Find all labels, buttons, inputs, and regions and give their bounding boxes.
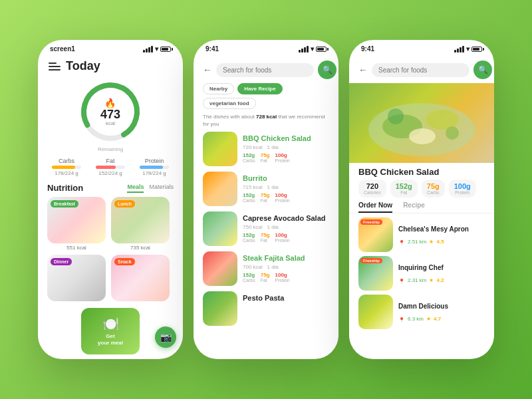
meal-card-breakfast[interactable]: Breakfast (47, 197, 106, 243)
time-2: 9:41 (205, 45, 219, 53)
search-input-wrap-2 (216, 63, 314, 77)
meal-card-lunch[interactable]: Lunch (111, 197, 170, 243)
get-meal-label: Getyour meal (98, 333, 123, 346)
rest-dist-damn: 6.3 km (408, 316, 424, 322)
macro-label: Fat (261, 198, 270, 203)
status-bar: screen1 ▾ (38, 40, 183, 55)
food-info-burrito: Burrito 715 kcal 1 dia 152g Carbs 75g Fa… (243, 172, 329, 203)
nut-fat-val: 152g (396, 182, 412, 190)
macro-val: 152g (243, 192, 255, 198)
rest-info-inquiring: Inquiring Chef 2.31 km ★ 4.2 (398, 261, 485, 286)
star-icon-chelsea: ★ (429, 239, 434, 245)
macro-item: 75g Fat (261, 152, 270, 163)
rest-rating-inquiring: 4.2 (436, 277, 444, 283)
chip-vegetarian[interactable]: vegetarian food (203, 98, 256, 109)
signal-icon-3 (454, 46, 464, 53)
macro-fat-val: 152/224 g (98, 170, 122, 176)
back-button-2[interactable]: ← (203, 65, 212, 75)
calorie-ring-section: 🔥 473 kcal Remaining (38, 76, 183, 155)
food-info-bbq: BBQ Chicken Salad 720 kcal 1 dia 152g Ca… (243, 132, 329, 163)
macro-item: 100g Protein (275, 272, 289, 283)
breakfast-badge: Breakfast (51, 200, 78, 207)
menu-line (49, 69, 61, 70)
macro-item: 75g Fat (261, 232, 270, 243)
back-button-3[interactable]: ← (358, 65, 368, 75)
rest-name-damn: Damn Delicious (398, 303, 448, 310)
rest-meta-damn: 6.3 km ★ 4.7 (398, 313, 485, 325)
macro-label: Carbs (243, 198, 255, 203)
macro-val: 152g (243, 272, 255, 278)
tab-recipe[interactable]: Recipe (403, 201, 425, 213)
lunch-badge: Lunch (114, 200, 135, 207)
time-3: 9:41 (361, 45, 374, 53)
screen1-content: Today 🔥 473 kcal Remaining Carbs (38, 55, 183, 359)
food-name-bbq: BBQ Chicken Salad (243, 134, 311, 142)
macro-val: 75g (261, 192, 270, 198)
restaurant-list: Freeship Chelsea's Mesy Apron 2.51 km ★ … (349, 217, 494, 359)
wifi-icon: ▾ (155, 45, 158, 53)
camera-icon: 📷 (160, 332, 172, 342)
get-meal-button[interactable]: 🍽️ Getyour meal (81, 308, 140, 354)
battery-icon (160, 47, 171, 52)
flame-icon: 🔥 (104, 98, 116, 108)
macro-protein: Protein 178/224 g (140, 158, 169, 176)
star-icon-inquiring: ★ (429, 277, 434, 283)
food-thumb-burrito (203, 172, 237, 206)
macro-val: 100g (275, 192, 289, 198)
camera-button[interactable]: 📷 (155, 327, 176, 348)
time: screen1 (50, 45, 75, 53)
macro-fat-track (96, 166, 125, 169)
screen2-content: ← 🔍 Nearby Have Recipe vegetarian food T… (194, 55, 338, 359)
macro-label: Carbs (243, 158, 255, 163)
search-icon-2: 🔍 (323, 65, 332, 74)
search-bar-2: ← 🔍 (194, 55, 338, 83)
food-info-caprese: Caprese Avocado Salad 750 kcal 1 dia 152… (243, 211, 329, 243)
chip-nearby[interactable]: Nearby (203, 83, 234, 94)
nutrition-title: Nutrition (47, 183, 83, 193)
rest-name-chelsea: Chelsea's Mesy Apron (398, 225, 469, 233)
food-detail-name: BBQ Chicken Salad (349, 163, 494, 180)
rest-meta-chelsea: 2.51 km ★ 4.5 (398, 235, 485, 247)
macro-protein-label: Protein (145, 158, 164, 164)
macro-protein-track (140, 166, 169, 169)
meal-snack-container: Snack (111, 255, 170, 301)
macro-item: 100g Protein (275, 192, 289, 203)
macro-label: Protein (275, 158, 289, 163)
nutrition-tabs: Meals Materials (127, 184, 174, 193)
menu-line (49, 63, 57, 64)
nutrition-chips: 720 Calories 152g Fat 75g Carbs 100g Pro… (349, 180, 494, 201)
food-macros-steak: 152g Carbs 75g Fat 100g Protein (243, 272, 329, 283)
food-meta-caprese: 750 kcal 1 dia (243, 224, 329, 230)
nut-chip-calories: 720 Calories (358, 180, 386, 198)
pin-icon-2 (398, 274, 405, 286)
food-item-steak: Steak Fajita Salad 700 kcal 1 dia 152g C… (203, 251, 329, 286)
dinner-badge: Dinner (51, 258, 72, 265)
macro-item: 152g Carbs (243, 192, 255, 203)
rest-thumb-chelsea: Freeship (358, 217, 393, 252)
tab-meals[interactable]: Meals (127, 184, 144, 193)
food-name-steak: Steak Fajita Salad (243, 254, 305, 262)
macro-val: 75g (261, 272, 270, 278)
macro-fat-label: Fat (106, 158, 114, 164)
macro-carbs-fill (52, 166, 75, 169)
meal-card-snack[interactable]: Snack (111, 255, 170, 301)
search-input-wrap-3 (372, 63, 469, 77)
macro-protein-fill (140, 166, 163, 169)
menu-icon[interactable] (49, 63, 61, 70)
search-button-2[interactable]: 🔍 (318, 61, 336, 79)
search-button-3[interactable]: 🔍 (473, 61, 492, 79)
macro-item: 75g Fat (261, 192, 270, 203)
wifi-icon-3: ▾ (466, 45, 469, 53)
search-input-2[interactable] (223, 66, 307, 74)
food-macros-caprese: 152g Carbs 75g Fat 100g Protein (243, 232, 329, 243)
search-input-3[interactable] (378, 66, 463, 74)
filter-chips: Nearby Have Recipe vegetarian food (194, 83, 338, 113)
tab-materials[interactable]: Materials (149, 184, 174, 193)
macro-label: Fat (261, 238, 270, 243)
meal-card-dinner[interactable]: Dinner (47, 255, 106, 301)
signal-icon (143, 46, 153, 53)
chip-have-recipe[interactable]: Have Recipe (237, 83, 283, 94)
rest-name-inquiring: Inquiring Chef (398, 264, 444, 271)
tab-order-now[interactable]: Order Now (358, 201, 392, 213)
macro-val: 75g (261, 232, 270, 238)
